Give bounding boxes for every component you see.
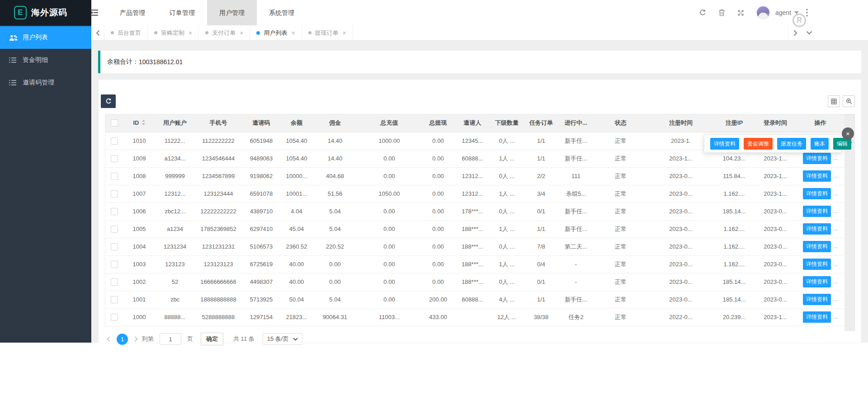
column-header-balance: 余额	[281, 114, 312, 132]
cell-status: 正常	[594, 291, 648, 308]
page-size-select[interactable]: 15 条/页	[263, 333, 303, 345]
tab-close-icon[interactable]: ×	[240, 30, 243, 36]
detail-button[interactable]: 详情资料	[803, 241, 831, 252]
nav-item-2[interactable]: 订单管理	[157, 0, 207, 25]
prev-page-icon[interactable]	[105, 336, 112, 342]
detail-button[interactable]: 详情资料	[803, 170, 831, 182]
column-header-id[interactable]: ID	[123, 114, 155, 132]
sidebar-item-3[interactable]: 邀请码管理	[0, 71, 91, 94]
table-refresh-button[interactable]	[101, 94, 116, 108]
row-checkbox[interactable]	[111, 173, 118, 180]
sidebar-item-2[interactable]: 资金明细	[0, 49, 91, 71]
action-more[interactable]: ...	[833, 313, 838, 320]
action-more[interactable]: ...	[833, 190, 838, 197]
action-more[interactable]: ...	[833, 172, 838, 179]
tab-close-icon[interactable]: ×	[189, 30, 192, 36]
nav-item-3[interactable]: 用户管理	[207, 0, 257, 25]
detail-button[interactable]: 详情资料	[803, 276, 831, 287]
cell-total_recharge: 0.00	[358, 150, 421, 167]
action-more[interactable]: ...	[833, 207, 838, 214]
table-header-row: ID用户账户手机号邀请码余额佣金总充值总提现邀请人下级数量任务订单进行中...状…	[105, 114, 844, 132]
collapse-sidebar-icon[interactable]	[89, 0, 99, 25]
popup-adjust-funds-button[interactable]: 资金调整	[744, 138, 773, 150]
popup-dispatch-task-button[interactable]: 派发任务	[777, 138, 806, 150]
detail-button[interactable]: 详情资料	[803, 223, 831, 235]
column-label: 用户账户	[163, 119, 187, 126]
trash-icon[interactable]	[718, 9, 725, 16]
action-more[interactable]: ...	[833, 225, 838, 232]
row-checkbox[interactable]	[111, 261, 118, 268]
nav-item-1[interactable]: 产品管理	[108, 0, 157, 25]
table-filter-columns-button[interactable]	[828, 95, 840, 107]
next-page-icon[interactable]	[132, 336, 140, 342]
tabs-scroll-right-icon[interactable]	[788, 25, 802, 40]
tab-5[interactable]: 提现订单×	[302, 25, 353, 40]
cell-id: 1004	[123, 238, 155, 255]
detail-button[interactable]: 详情资料	[803, 206, 831, 217]
row-checkbox[interactable]	[111, 208, 118, 215]
refresh-icon[interactable]	[699, 9, 706, 16]
sidebar-item-1[interactable]: 用户列表	[0, 26, 91, 49]
popup-detail-button[interactable]: 详情资料	[710, 138, 739, 150]
avatar[interactable]	[756, 6, 770, 19]
cell-commission: 0.00	[312, 273, 358, 291]
tab-close-icon[interactable]: ×	[343, 30, 346, 36]
cell-login_time: 2023-0...	[755, 238, 796, 255]
nav-item-4[interactable]: 系统管理	[257, 0, 307, 25]
tab-1[interactable]: 后台首页	[104, 25, 148, 40]
row-checkbox[interactable]	[111, 296, 118, 303]
tabs-scroll-left-icon[interactable]	[91, 25, 104, 40]
more-menu-icon[interactable]	[806, 9, 808, 17]
tab-dot-icon	[154, 31, 157, 34]
cell-invite_code: 6591078	[242, 185, 281, 202]
cell-in_progress: 新手任...	[558, 150, 594, 167]
cell-id: 1006	[123, 202, 155, 220]
action-more[interactable]: ...	[833, 296, 838, 302]
select-all-checkbox[interactable]	[111, 119, 118, 127]
detail-button[interactable]: 详情资料	[803, 311, 831, 323]
popup-ledger-button[interactable]: 账本	[811, 138, 829, 150]
detail-button[interactable]: 详情资料	[803, 153, 831, 164]
row-checkbox[interactable]	[111, 155, 118, 162]
table-search-button[interactable]	[843, 95, 855, 107]
tab-2[interactable]: 策略定制×	[148, 25, 199, 40]
username[interactable]: agent	[775, 9, 791, 16]
cell-login_time: 2023-0...	[755, 220, 796, 238]
action-more[interactable]: ...	[833, 155, 838, 161]
action-more[interactable]: ...	[833, 260, 838, 267]
fullscreen-icon[interactable]	[737, 9, 744, 16]
sort-icon[interactable]	[142, 120, 146, 127]
page-1-button[interactable]: 1	[117, 334, 128, 345]
detail-button[interactable]: 详情资料	[803, 259, 831, 270]
tab-4[interactable]: 用户列表×	[250, 25, 302, 40]
cell-register_ip: 185.14...	[714, 202, 755, 220]
list-icon	[9, 57, 18, 63]
row-checkbox[interactable]	[111, 226, 118, 233]
row-checkbox[interactable]	[111, 190, 118, 198]
cell-total_withdraw: 0.00	[421, 132, 455, 150]
cell-commission: 0.00	[312, 255, 358, 273]
tab-close-icon[interactable]: ×	[291, 30, 295, 36]
cell-inviter: 12312...	[455, 185, 490, 202]
row-action-popup: × 详情资料资金调整派发任务账本编辑	[704, 135, 842, 153]
row-checkbox[interactable]	[111, 137, 118, 145]
cell-login_time: 2023-1...	[755, 308, 796, 326]
detail-button[interactable]: 详情资料	[803, 294, 831, 305]
cell-invite_code: 9489063	[242, 150, 281, 167]
confirm-page-button[interactable]: 确定	[201, 333, 223, 345]
goto-page-label: 到第	[142, 335, 154, 343]
action-more[interactable]: ...	[833, 243, 838, 250]
action-more[interactable]: ...	[833, 278, 838, 285]
row-checkbox[interactable]	[111, 243, 118, 250]
popup-close-button[interactable]: ×	[842, 127, 854, 140]
row-checkbox[interactable]	[111, 278, 118, 286]
cell-subordinates: 0人 ...	[490, 132, 524, 150]
row-select-cell	[105, 220, 123, 238]
cell-status: 正常	[594, 308, 648, 326]
cell-total_recharge: 11003...	[358, 308, 421, 326]
goto-page-input[interactable]	[160, 333, 181, 345]
tabs-menu-icon[interactable]	[802, 25, 816, 40]
tab-3[interactable]: 支付订单×	[199, 25, 250, 40]
detail-button[interactable]: 详情资料	[803, 188, 831, 199]
row-checkbox[interactable]	[111, 314, 118, 321]
